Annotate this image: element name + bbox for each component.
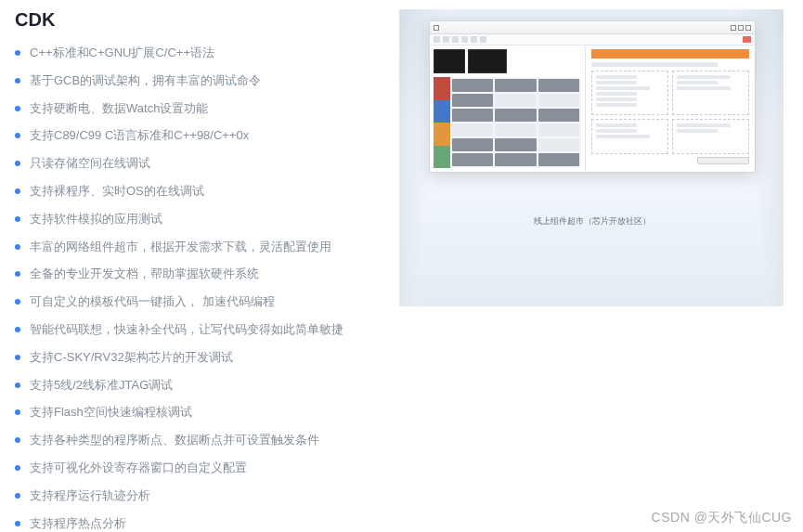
feature-text: 智能代码联想，快速补全代码，让写代码变得如此简单敏捷	[30, 320, 343, 340]
ide-screenshot	[429, 20, 756, 173]
feature-text: 支持C89/C99 C语言标准和C++98/C++0x	[30, 126, 249, 146]
bullet-icon	[15, 437, 20, 443]
feature-item: 支持各种类型的程序断点、数据断点并可设置触发条件	[15, 431, 395, 450]
feature-text: 支持程序运行轨迹分析	[30, 487, 150, 506]
list-box	[672, 119, 749, 154]
list-box	[591, 119, 668, 154]
feature-item: 可自定义的模板代码一键插入， 加速代码编程	[15, 292, 395, 312]
feature-item: 支持程序热点分析	[15, 514, 395, 532]
bullet-icon	[15, 133, 20, 138]
bullet-icon	[15, 493, 20, 499]
window-titlebar	[430, 21, 755, 34]
feature-item: 支持C89/C99 C语言标准和C++98/C++0x	[15, 126, 395, 146]
thumbnail	[434, 49, 465, 73]
feature-item: 支持C-SKY/RV32架构芯片的开发调试	[15, 348, 395, 368]
window-toolbar	[430, 34, 755, 45]
bullet-icon	[15, 106, 20, 111]
feature-item: 基于GCB的调试架构，拥有丰富的调试命令	[15, 71, 395, 91]
feature-list: C++标准和C+GNU扩展C/C++语法基于GCB的调试架构，拥有丰富的调试命令…	[15, 44, 395, 532]
feature-text: 支持程序热点分析	[30, 514, 126, 532]
left-panel	[430, 45, 586, 172]
feature-item: 丰富的网络组件超市，根据开发需求下载，灵活配置使用	[15, 238, 395, 257]
feature-text: 只读存储空间在线调试	[30, 154, 150, 174]
tool-button	[452, 36, 459, 43]
feature-text: 支持可视化外设寄存器窗口的自定义配置	[30, 459, 247, 478]
feature-text: 支持硬断电、数据Watch设置功能	[30, 99, 208, 119]
close-icon	[745, 25, 751, 31]
feature-text: 支持5线/2线标准JTAG调试	[30, 376, 173, 396]
tool-button	[434, 36, 440, 43]
feature-item: 智能代码联想，快速补全代码，让写代码变得如此简单敏捷	[15, 320, 395, 340]
bullet-icon	[15, 409, 20, 415]
page-title: CDK	[15, 9, 395, 31]
feature-text: 支持C-SKY/RV32架构芯片的开发调试	[30, 348, 233, 368]
watermark: CSDN @天外飞仙CUG	[652, 510, 792, 526]
feature-item: 全备的专业开发文档，帮助掌握软硬件系统	[15, 265, 395, 284]
right-panel	[586, 45, 755, 172]
feature-item: 支持Flash空间快速编程核调试	[15, 403, 395, 422]
bullet-icon	[15, 244, 20, 250]
feature-item: 支持软件模拟的应用测试	[15, 210, 395, 229]
feature-item: 支持裸程序、实时OS的在线调试	[15, 182, 395, 201]
feature-text: 可自定义的模板代码一键插入， 加速代码编程	[30, 292, 275, 312]
thumbnail	[468, 49, 507, 73]
minimize-icon	[731, 25, 736, 31]
bullet-icon	[15, 216, 20, 222]
app-icon	[434, 25, 439, 31]
screenshot-caption: 线上组件超市（芯片开放社区）	[429, 215, 756, 227]
feature-text: 支持软件模拟的应用测试	[30, 210, 162, 229]
feature-text: 支持Flash空间快速编程核调试	[30, 403, 192, 422]
feature-item: 支持硬断电、数据Watch设置功能	[15, 99, 395, 119]
feature-text: 基于GCB的调试架构，拥有丰富的调试命令	[30, 71, 261, 91]
category-colors	[434, 77, 450, 168]
bullet-icon	[15, 271, 20, 277]
feature-item: 支持可视化外设寄存器窗口的自定义配置	[15, 459, 395, 478]
bullet-icon	[15, 355, 20, 360]
bullet-icon	[15, 78, 20, 84]
tool-button	[471, 36, 477, 43]
tool-button-accent	[743, 36, 751, 43]
tool-button	[480, 36, 486, 43]
tool-button	[443, 36, 449, 43]
bullet-icon	[15, 50, 20, 56]
bullet-icon	[15, 327, 20, 332]
panel-button	[697, 157, 749, 164]
bullet-icon	[15, 188, 20, 194]
feature-item: 支持5线/2线标准JTAG调试	[15, 376, 395, 396]
bullet-icon	[15, 521, 20, 526]
maximize-icon	[738, 25, 744, 31]
list-box	[591, 71, 668, 115]
feature-text: 全备的专业开发文档，帮助掌握软硬件系统	[30, 265, 259, 284]
feature-text: 支持各种类型的程序断点、数据断点并可设置触发条件	[30, 431, 319, 450]
component-grid	[450, 77, 581, 168]
bullet-icon	[15, 465, 20, 471]
bullet-icon	[15, 299, 20, 305]
list-box	[672, 71, 749, 115]
feature-item: C++标准和C+GNU扩展C/C++语法	[15, 44, 395, 63]
feature-text: C++标准和C+GNU扩展C/C++语法	[30, 44, 214, 63]
feature-item: 支持程序运行轨迹分析	[15, 487, 395, 506]
bullet-icon	[15, 161, 20, 166]
feature-item: 只读存储空间在线调试	[15, 154, 395, 174]
feature-text: 支持裸程序、实时OS的在线调试	[30, 182, 204, 201]
panel-header	[591, 49, 749, 58]
feature-text: 丰富的网络组件超市，根据开发需求下载，灵活配置使用	[30, 238, 331, 257]
tool-button	[461, 36, 468, 43]
bullet-icon	[15, 383, 20, 388]
